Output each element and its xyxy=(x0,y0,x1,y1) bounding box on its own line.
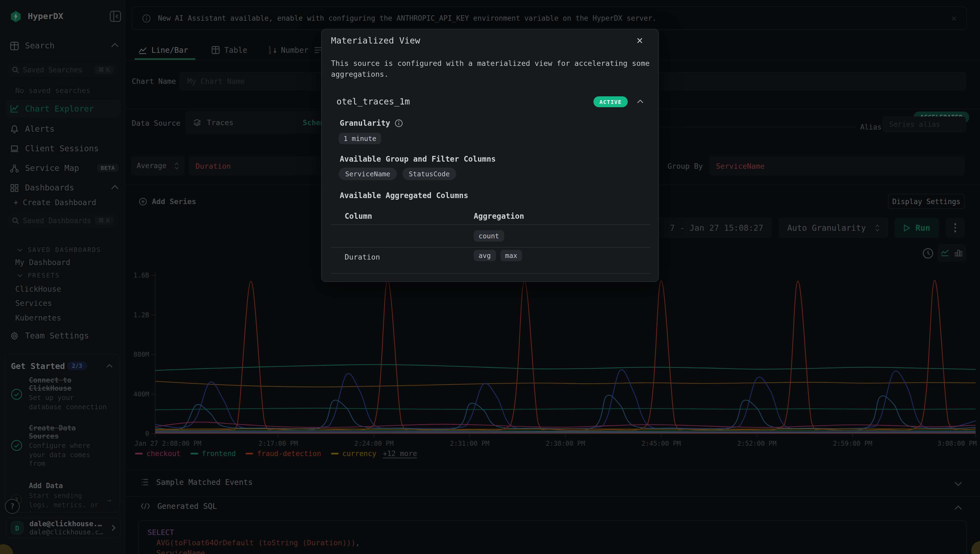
table-header-column: Column xyxy=(345,212,372,220)
group-filter-label: Available Group and Filter Columns xyxy=(340,154,496,163)
filter-column-chip: ServiceName xyxy=(339,168,397,180)
aggregated-label: Available Aggregated Columns xyxy=(340,191,468,200)
active-badge: ACTIVE xyxy=(593,96,628,107)
table-cell-column: Duration xyxy=(345,253,380,261)
aggregation-chip: count xyxy=(474,230,504,242)
table-row: count xyxy=(474,230,504,242)
aggregation-chip: avg xyxy=(474,250,496,261)
modal-description: This source is configured with a materia… xyxy=(331,58,650,80)
table-row: avgmax xyxy=(474,250,522,261)
info-icon[interactable] xyxy=(394,119,403,127)
filter-column-chip: StatusCode xyxy=(402,168,457,180)
granularity-label-row: Granularity xyxy=(340,119,403,127)
modal-close-icon[interactable]: × xyxy=(636,34,643,47)
modal-title: Materialized View xyxy=(331,35,420,46)
chevron-up-icon[interactable] xyxy=(636,99,644,104)
aggregation-chip: max xyxy=(500,250,522,261)
granularity-chip: 1 minute xyxy=(339,133,381,144)
table-header-aggregation: Aggregation xyxy=(474,212,524,220)
materialized-view-modal: Materialized View × This source is confi… xyxy=(321,29,659,282)
group-filter-chips: ServiceNameStatusCode xyxy=(339,168,456,180)
source-name: otel_traces_1m xyxy=(336,96,410,107)
